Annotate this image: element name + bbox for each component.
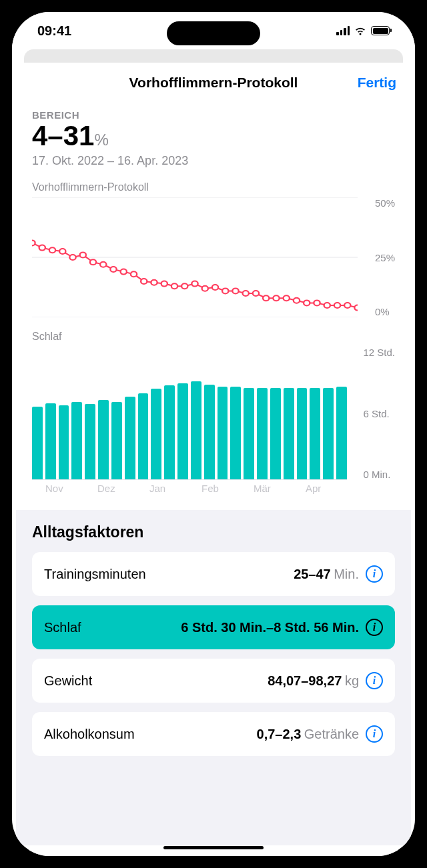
bar: [270, 388, 281, 480]
factor-value-wrap: 25–47 Min. i: [294, 565, 383, 583]
svg-point-30: [304, 301, 310, 306]
svg-point-14: [141, 279, 147, 284]
x-label: Apr: [306, 483, 358, 494]
x-label: Jan: [149, 483, 201, 494]
y-label: 0 Min.: [363, 469, 395, 480]
wifi-icon: [354, 26, 367, 36]
phone-frame: 09:41 Vorhofflimmern-Protokoll Fertig BE…: [0, 0, 427, 868]
y-label: 6 Std.: [363, 408, 395, 419]
bar: [177, 383, 188, 479]
svg-point-7: [69, 255, 75, 260]
svg-point-18: [181, 283, 187, 289]
y-label: 12 Std.: [363, 347, 395, 358]
info-icon[interactable]: i: [366, 565, 383, 583]
range-percent: %: [94, 131, 108, 149]
factor-label: Alkoholkonsum: [44, 727, 135, 742]
svg-point-10: [100, 262, 106, 267]
bar: [204, 385, 215, 480]
svg-point-28: [284, 295, 290, 301]
factor-label: Trainingsminuten: [44, 567, 146, 582]
factor-value: 25–47: [294, 567, 331, 581]
bar: [32, 407, 43, 479]
factor-sleep[interactable]: Schlaf 6 Std. 30 Min.–8 Std. 56 Min. i: [32, 605, 395, 649]
factor-value: 6 Std. 30 Min.–8 Std. 56 Min.: [181, 620, 359, 635]
factor-unit: Min.: [334, 567, 359, 581]
bar: [284, 388, 294, 480]
bar: [297, 388, 308, 480]
svg-point-23: [232, 289, 238, 294]
x-label: Mär: [254, 483, 306, 494]
bar: [85, 404, 95, 479]
range-value: 4–31: [32, 120, 94, 151]
factor-weight[interactable]: Gewicht 84,07–98,27 kg i: [32, 659, 395, 703]
factor-label: Schlaf: [44, 620, 81, 635]
factors-section: Alltagsfaktoren Trainingsminuten 25–47 M…: [16, 510, 411, 845]
svg-point-17: [171, 283, 177, 289]
svg-point-27: [273, 295, 279, 301]
status-icons: [336, 26, 390, 36]
done-button[interactable]: Fertig: [358, 75, 396, 91]
svg-point-20: [202, 286, 208, 291]
x-axis-labels: Nov Dez Jan Feb Mär Apr: [32, 483, 358, 494]
svg-point-34: [344, 303, 350, 308]
bar: [191, 381, 201, 480]
y-label: 50%: [375, 197, 395, 209]
afib-chart[interactable]: 50% 25% 0%: [32, 197, 395, 317]
factor-value-wrap: 0,7–2,3 Getränke i: [257, 725, 383, 743]
range-label: BEREICH: [32, 109, 395, 121]
svg-point-22: [222, 289, 228, 294]
bar: [59, 405, 69, 479]
svg-point-12: [121, 269, 127, 275]
background-sheet: [24, 49, 403, 63]
info-icon[interactable]: i: [366, 672, 383, 689]
svg-point-26: [263, 295, 269, 301]
sleep-chart[interactable]: 12 Std. 6 Std. 0 Min.: [32, 347, 395, 480]
factor-value-wrap: 6 Std. 30 Min.–8 Std. 56 Min. i: [181, 619, 383, 636]
bar: [244, 388, 254, 480]
battery-icon: [371, 26, 390, 35]
svg-point-35: [354, 305, 358, 311]
sleep-chart-title: Schlaf: [32, 331, 395, 343]
info-icon[interactable]: i: [366, 725, 383, 743]
factor-alcohol[interactable]: Alkoholkonsum 0,7–2,3 Getränke i: [32, 712, 395, 756]
factor-value: 0,7–2,3: [257, 727, 302, 741]
bar: [98, 400, 109, 479]
sleep-y-labels: 12 Std. 6 Std. 0 Min.: [363, 347, 395, 480]
x-label: Feb: [201, 483, 254, 494]
content-scroll[interactable]: BEREICH 4–31% 17. Okt. 2022 – 16. Apr. 2…: [16, 103, 411, 856]
svg-point-9: [90, 259, 96, 265]
bar: [336, 387, 347, 479]
afib-chart-title: Vorhofflimmern-Protokoll: [32, 181, 395, 193]
bar: [218, 387, 228, 479]
dynamic-island: [167, 21, 260, 45]
svg-point-3: [32, 241, 35, 246]
bar: [45, 403, 56, 479]
svg-point-21: [212, 285, 218, 290]
bar: [71, 402, 82, 479]
range-value-row: 4–31%: [32, 121, 395, 151]
bar: [230, 387, 241, 479]
afib-y-labels: 50% 25% 0%: [375, 197, 395, 317]
bar: [125, 397, 135, 479]
bar: [164, 385, 175, 479]
status-bar: 09:41: [12, 12, 415, 49]
sheet-header: Vorhofflimmern-Protokoll Fertig: [16, 63, 411, 103]
factor-value: 84,07–98,27: [268, 673, 342, 688]
svg-point-25: [253, 291, 259, 296]
svg-point-19: [191, 281, 197, 287]
svg-point-16: [161, 281, 167, 287]
home-indicator[interactable]: [163, 846, 264, 849]
factor-unit: Getränke: [304, 727, 359, 741]
y-label: 25%: [375, 252, 395, 263]
svg-point-13: [131, 271, 137, 277]
svg-point-31: [314, 301, 320, 306]
svg-point-11: [110, 267, 116, 272]
bar: [310, 388, 320, 480]
svg-point-6: [59, 249, 65, 254]
signal-icon: [336, 26, 350, 35]
svg-point-8: [80, 253, 86, 258]
bar: [138, 393, 149, 479]
phone-screen: 09:41 Vorhofflimmern-Protokoll Fertig BE…: [12, 12, 415, 856]
factor-training[interactable]: Trainingsminuten 25–47 Min. i: [32, 552, 395, 596]
info-icon[interactable]: i: [366, 619, 383, 636]
